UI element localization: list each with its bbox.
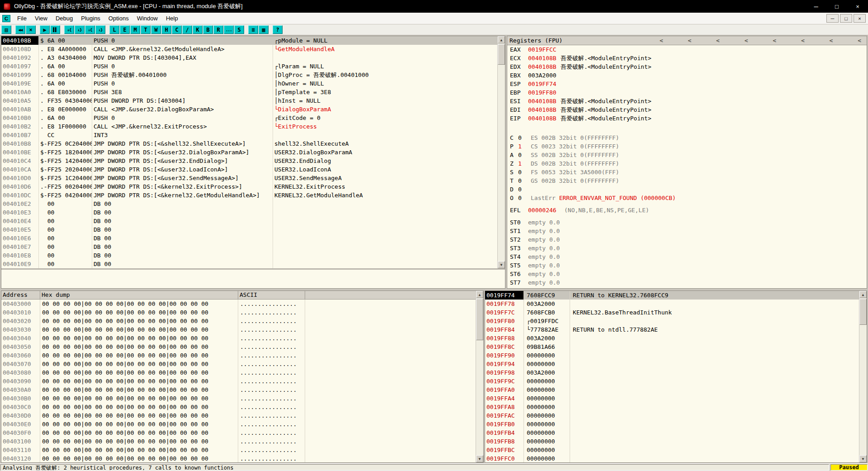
dump-row[interactable]: 004030A000 00 00 00|00 00 00 00|00 00 00… <box>1 385 476 394</box>
cpu-window-icon[interactable]: C <box>2 15 10 22</box>
flag-row[interactable]: C0ES 002B 32bit 0(FFFFFFFF) <box>507 133 867 142</box>
toolbar-threads-window-button[interactable]: T <box>141 25 151 34</box>
dump-col-ascii[interactable]: ASCII <box>238 291 305 299</box>
dump-row[interactable]: 0040303000 00 00 00|00 00 00 00|00 00 00… <box>1 325 476 334</box>
toolbar-open-file-button[interactable]: ▤ <box>1 25 11 34</box>
disasm-row[interactable]: 0040108D. E8 4A000000CALL <JMP.&kernel32… <box>1 45 497 53</box>
disasm-row[interactable]: 004010CA$-FF25 20204000JMP DWORD PTR DS:… <box>1 165 497 174</box>
maximize-button[interactable]: □ <box>826 0 847 13</box>
disasm-row[interactable]: 004010AB. E8 0E000000CALL <JMP.&user32.D… <box>1 105 497 114</box>
toolbar-options-button[interactable]: ≡ <box>248 25 258 34</box>
stack-row[interactable]: 0019FFA800000000 <box>485 403 859 411</box>
menu-view[interactable]: View <box>31 13 52 24</box>
scroll-up-icon[interactable]: ▲ <box>498 36 505 43</box>
register-row[interactable]: ECX0040108B吾爱破解.<ModuleEntryPoint> <box>507 54 867 62</box>
dump-row[interactable]: 004030B000 00 00 00|00 00 00 00|00 00 00… <box>1 394 476 403</box>
flag-row[interactable]: T0GS 002B 32bit 0(FFFFFFFF) <box>507 176 867 185</box>
dump-row[interactable]: 0040311000 00 00 00|00 00 00 00|00 00 00… <box>1 446 476 454</box>
disasm-row[interactable]: 00401097. 6A 00PUSH 0┌lParam = NULL <box>1 62 497 71</box>
info-pane[interactable] <box>1 270 505 288</box>
stack-row[interactable]: 0019FF7C7608FCB0KERNEL32.BaseThreadInitT… <box>485 308 859 317</box>
disasm-row[interactable]: 004010BE$-FF25 18204000JMP DWORD PTR DS:… <box>1 148 497 157</box>
stack-row[interactable]: 0019FF9000000000 <box>485 351 859 360</box>
fpu-register-row[interactable]: ST5empty 0.0 <box>507 261 867 270</box>
minimize-button[interactable]: ─ <box>806 0 826 13</box>
toolbar-animate-over-button[interactable]: ⇓} <box>95 25 105 34</box>
toolbar-step-over-button[interactable]: ↓} <box>75 25 85 34</box>
flag-row[interactable]: O0LastErr ERROR_ENVVAR_NOT_FOUND (000000… <box>507 194 867 202</box>
stack-row[interactable]: 0019FF747608FCC9RETURN to KERNEL32.7608F… <box>485 291 859 300</box>
registers-pane[interactable]: EAX0019FFCCECX0040108B吾爱破解.<ModuleEntryP… <box>507 45 867 287</box>
stack-row[interactable]: 0019FF98003A2000 <box>485 368 859 377</box>
flag-row[interactable]: Z1DS 002B 32bit 0(FFFFFFFF) <box>507 159 867 168</box>
dump-row[interactable]: 0040310000 00 00 00|00 00 00 00|00 00 00… <box>1 437 476 446</box>
scrollbar-track[interactable] <box>498 43 505 261</box>
stack-row[interactable]: 0019FF84└777882AERETURN to ntdll.777882A… <box>485 325 859 334</box>
flag-row[interactable]: S0FS 0053 32bit 3A5000(FFF) <box>507 168 867 176</box>
scroll-down-icon[interactable]: ▼ <box>476 455 483 462</box>
toolbar-pause-button[interactable]: ▌▌ <box>50 25 60 34</box>
scrollbar-thumb[interactable] <box>859 299 867 325</box>
dump-scrollbar[interactable]: ▲ ▼ <box>476 291 483 462</box>
dump-row[interactable]: 004030E000 00 00 00|00 00 00 00|00 00 00… <box>1 420 476 428</box>
stack-row[interactable]: 0019FFA400000000 <box>485 394 859 403</box>
dump-row[interactable]: 0040307000 00 00 00|00 00 00 00|00 00 00… <box>1 360 476 368</box>
scroll-down-icon[interactable]: ▼ <box>498 261 505 268</box>
dump-row[interactable]: 0040301000 00 00 00|00 00 00 00|00 00 00… <box>1 308 476 317</box>
stack-row[interactable]: 0019FF80┌0019FFDC <box>485 317 859 325</box>
register-row[interactable]: EDI0040108B吾爱破解.<ModuleEntryPoint> <box>507 105 867 114</box>
dump-row[interactable]: 0040300000 00 00 00|00 00 00 00|00 00 00… <box>1 300 476 308</box>
flag-row[interactable]: D0 <box>507 185 867 194</box>
disasm-row[interactable]: 004010E8 00DB 00 <box>1 251 497 260</box>
dump-row[interactable]: 0040309000 00 00 00|00 00 00 00|00 00 00… <box>1 377 476 385</box>
dump-row[interactable]: 0040305000 00 00 00|00 00 00 00|00 00 00… <box>1 343 476 351</box>
stack-row[interactable]: 0019FF9C00000000 <box>485 377 859 385</box>
disasm-row[interactable]: 004010E9 00DB 00 <box>1 260 497 268</box>
disasm-row[interactable]: 004010B0. 6A 00PUSH 0┌ExitCode = 0 <box>1 114 497 122</box>
scroll-up-icon[interactable]: ▲ <box>476 291 483 298</box>
dump-row[interactable]: 004030C000 00 00 00|00 00 00 00|00 00 00… <box>1 403 476 411</box>
dump-col-hex[interactable]: Hex dump <box>40 291 238 299</box>
toolbar-animate-into-button[interactable]: ⇓{ <box>85 25 95 34</box>
fpu-register-row[interactable]: ST4empty 0.0 <box>507 252 867 261</box>
menu-debug[interactable]: Debug <box>52 13 77 24</box>
dump-col-address[interactable]: Address <box>1 291 40 299</box>
disasm-row[interactable]: 004010E7 00DB 00 <box>1 243 497 251</box>
stack-row[interactable]: 0019FFAC00000000 <box>485 411 859 420</box>
mdi-close-button[interactable]: × <box>854 14 866 23</box>
toolbar-memory-window-button[interactable]: M <box>130 25 140 34</box>
disasm-row[interactable]: 004010D0$-FF25 1C204000JMP DWORD PTR DS:… <box>1 174 497 182</box>
menu-help[interactable]: Help <box>162 13 182 24</box>
scrollbar-thumb[interactable] <box>476 299 483 340</box>
toolbar-log-window-button[interactable]: L <box>109 25 119 34</box>
toolbar-restart-button[interactable]: ◀◀ <box>15 25 25 34</box>
disasm-row[interactable]: 00401092. A3 04304000MOV DWORD PTR DS:[4… <box>1 53 497 62</box>
stack-row[interactable]: 0019FFB800000000 <box>485 437 859 446</box>
fpu-register-row[interactable]: ST0empty 0.0 <box>507 218 867 227</box>
register-row[interactable]: EBP0019FF80 <box>507 88 867 97</box>
stack-row[interactable]: 0019FF88003A2000 <box>485 334 859 343</box>
fpu-register-row[interactable]: ST7empty 0.0 <box>507 278 867 287</box>
disasm-row[interactable]: 00401099. 68 00104000PUSH 吾爱破解.00401000│… <box>1 71 497 79</box>
scrollbar-track[interactable] <box>859 298 867 455</box>
fpu-register-row[interactable]: ST3empty 0.0 <box>507 244 867 252</box>
eflags-row[interactable]: EFL00000246(NO,NB,E,BE,NS,PE,GE,LE) <box>507 206 867 214</box>
stack-row[interactable]: 0019FF9400000000 <box>485 360 859 368</box>
menu-plugins[interactable]: Plugins <box>77 13 104 24</box>
menu-file[interactable]: File <box>13 13 31 24</box>
register-row[interactable]: EAX0019FFCC <box>507 45 867 54</box>
disasm-row[interactable]: 004010B7 CCINT3 <box>1 131 497 139</box>
disasm-row[interactable]: 004010E5 00DB 00 <box>1 225 497 234</box>
toolbar-run-trace-window-button[interactable]: ... <box>224 25 234 34</box>
disassembly-pane[interactable]: 0040108B$ 6A 00PUSH 0┌pModule = NULL0040… <box>1 36 497 268</box>
toolbar-run-button[interactable]: ▶ <box>40 25 50 34</box>
register-row[interactable]: EDX0040108B吾爱破解.<ModuleEntryPoint> <box>507 62 867 71</box>
fpu-register-row[interactable]: ST6empty 0.0 <box>507 270 867 278</box>
dump-row[interactable]: 004030D000 00 00 00|00 00 00 00|00 00 00… <box>1 411 476 420</box>
toolbar-handles-window-button[interactable]: H <box>161 25 171 34</box>
disasm-row[interactable]: 004010A0. 68 E8030000PUSH 3E8│pTemplate … <box>1 88 497 96</box>
toolbar-source-window-button[interactable]: S <box>234 25 244 34</box>
stack-pane[interactable]: 0019FF747608FCC9RETURN to KERNEL32.7608F… <box>485 291 859 462</box>
disasm-row[interactable]: 004010B8$-FF25 0C204000JMP DWORD PTR DS:… <box>1 139 497 148</box>
mdi-minimize-button[interactable]: ─ <box>826 14 839 23</box>
